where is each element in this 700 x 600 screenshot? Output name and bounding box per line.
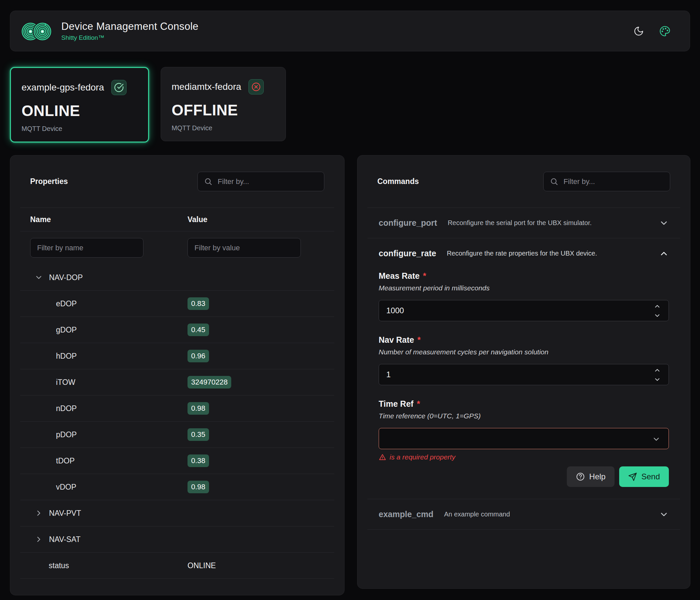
warning-triangle-icon [379,454,386,461]
command-description: Reconfigure the serial port for the UBX … [448,219,592,227]
property-group-nav-pvt[interactable]: NAV-PVT [20,500,334,526]
command-example-cmd[interactable]: example_cmd An example command [367,499,680,529]
device-name: mediamtx-fedora [172,81,241,92]
device-card-mediamtx-fedora[interactable]: mediamtx-fedora OFFLINE MQTT Device [161,67,286,141]
help-button[interactable]: Help [567,466,615,487]
chevron-right-icon [34,535,43,544]
time-ref-field: Time Ref * Time reference (0=UTC, 1=GPS)… [379,399,669,461]
device-card-example-gps-fedora[interactable]: example-gps-fedora ONLINE MQTT Device [10,67,149,143]
page-title: Device Management Console [61,21,198,32]
property-name: tDOP [56,456,75,465]
property-row-gdop: gDOP 0.45 [20,317,334,343]
property-row-status: status ONLINE [20,553,334,578]
validation-error-text: is a required property [390,453,455,461]
palette-icon [659,26,671,37]
commands-filter-box [543,172,670,191]
property-row-ndop: nDOP 0.98 [20,395,334,421]
properties-panel: Properties Name Value NAV-DOP eDOP [10,155,345,595]
property-group-nav-sat[interactable]: NAV-SAT [20,526,334,552]
properties-title: Properties [30,177,68,186]
chevron-up-icon [654,367,661,374]
device-type: MQTT Device [172,124,275,132]
send-button-label: Send [641,472,660,481]
property-group-nav-dop[interactable]: NAV-DOP [20,265,334,290]
group-label: NAV-PVT [49,509,81,518]
property-value-badge: 0.98 [188,481,209,493]
send-icon [628,472,637,481]
property-row-hdop: hDOP 0.96 [20,343,334,369]
command-name: configure_port [379,218,437,228]
required-asterisk: * [423,271,426,281]
stepper-down-button[interactable] [654,312,661,319]
commands-panel: Commands configure_port Reconfigure the … [357,155,691,589]
nav-rate-input[interactable] [379,364,669,385]
theme-picker-button[interactable] [659,26,671,37]
field-label: Time Ref [379,399,414,409]
page-subtitle: Shitty Edition™ [61,34,198,42]
help-circle-icon [576,472,585,481]
stepper-up-button[interactable] [654,367,661,374]
command-description: Reconfigure the rate properties for the … [447,249,597,257]
property-value-badge: 0.35 [188,428,209,440]
app-header: Device Management Console Shitty Edition… [10,10,690,51]
column-header-value: Value [188,215,207,224]
commands-filter-input[interactable] [564,177,664,186]
property-value-badge: 0.38 [188,454,209,467]
nav-rate-field: Nav Rate * Number of measurement cycles … [379,335,669,385]
column-header-name: Name [30,215,188,224]
property-name: status [49,561,69,570]
device-status-text: OFFLINE [172,101,275,119]
stepper-up-button[interactable] [654,303,661,310]
property-row-tdop: tDOP 0.38 [20,448,334,474]
circle-check-icon [114,82,124,93]
property-name: vDOP [56,483,76,491]
property-value-badge: 0.98 [188,402,209,414]
required-asterisk: * [417,399,420,409]
search-icon [550,177,558,186]
command-configure-port[interactable]: configure_port Reconfigure the serial po… [367,208,680,238]
property-row-itow: iTOW 324970228 [20,369,334,395]
property-name: eDOP [56,299,77,308]
property-name: gDOP [56,326,77,334]
field-label: Nav Rate [379,335,414,345]
chevron-down-icon [34,273,43,282]
chevron-down-icon [652,435,660,443]
device-card-list: example-gps-fedora ONLINE MQTT Device me… [10,67,286,143]
properties-filter-box [197,172,324,191]
chevron-up-icon [654,303,661,310]
search-icon [204,177,213,186]
app-logo-icon [22,20,52,42]
time-ref-select[interactable] [379,428,669,449]
property-row-pdop: pDOP 0.35 [20,422,334,448]
send-button[interactable]: Send [619,466,669,487]
property-value-badge: 324970228 [188,376,231,388]
property-value-badge: 0.96 [188,350,209,362]
properties-filter-input[interactable] [218,177,318,186]
chevron-down-icon [654,376,661,383]
dark-mode-toggle[interactable] [633,26,644,37]
validation-error: is a required property [379,453,669,461]
chevron-down-icon [659,218,669,228]
field-description: Number of measurement cycles per navigat… [379,348,669,356]
command-name: example_cmd [379,509,433,519]
command-configure-rate[interactable]: configure_rate Reconfigure the rate prop… [367,238,680,268]
command-name: configure_rate [379,248,436,258]
group-label: NAV-DOP [49,273,83,282]
stepper-down-button[interactable] [654,376,661,383]
property-value-badge: 0.83 [188,297,209,310]
configure-rate-form: Meas Rate * Measurement period in millis… [367,268,680,499]
required-asterisk: * [418,335,421,345]
property-name: nDOP [56,404,77,413]
name-filter-input[interactable] [30,238,144,258]
field-label: Meas Rate [379,271,420,281]
device-type: MQTT Device [22,125,138,133]
property-row-edop: eDOP 0.83 [20,291,334,317]
property-row-vdop: vDOP 0.98 [20,474,334,500]
chevron-right-icon [34,509,43,518]
value-filter-input[interactable] [188,238,301,258]
meas-rate-input[interactable] [379,300,669,321]
property-name: iTOW [56,378,75,387]
property-name: pDOP [56,430,77,439]
chevron-down-icon [654,312,661,319]
group-label: NAV-SAT [49,535,80,544]
